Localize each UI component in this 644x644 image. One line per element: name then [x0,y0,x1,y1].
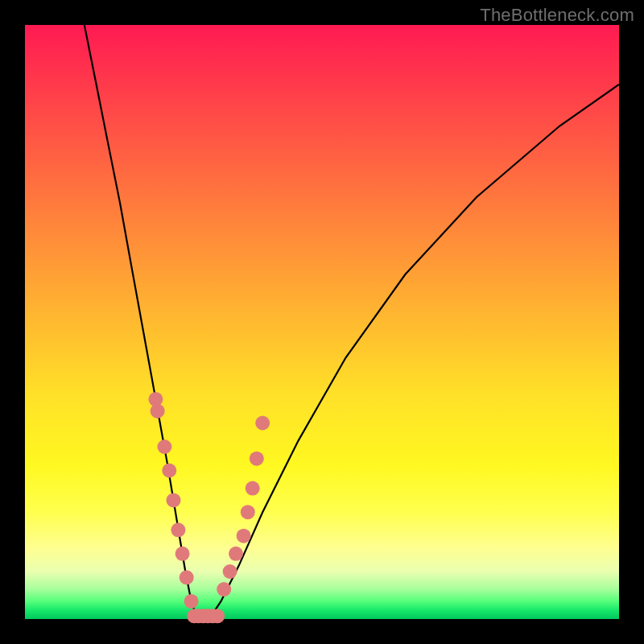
data-point [175,547,190,561]
plot-area [25,25,619,619]
data-point [246,481,260,496]
curve-layer [25,25,619,619]
data-point [210,609,225,623]
chart-frame: TheBottleneck.com [0,0,644,644]
data-point [171,522,185,537]
data-point [184,594,199,609]
sample-points-left [148,392,198,609]
data-point [157,440,171,454]
sample-points-bottom [187,609,225,623]
data-point [167,493,181,507]
data-point [237,529,251,543]
data-point [151,404,165,419]
data-point [250,452,264,466]
data-point [229,547,243,561]
data-point [162,464,176,478]
data-point [217,582,231,597]
data-point [180,570,194,584]
data-point [255,416,270,431]
data-point [223,564,237,579]
sample-points-right [217,416,270,597]
data-point [241,505,255,519]
bottleneck-curve [85,25,619,619]
watermark-text: TheBottleneck.com [480,5,634,26]
